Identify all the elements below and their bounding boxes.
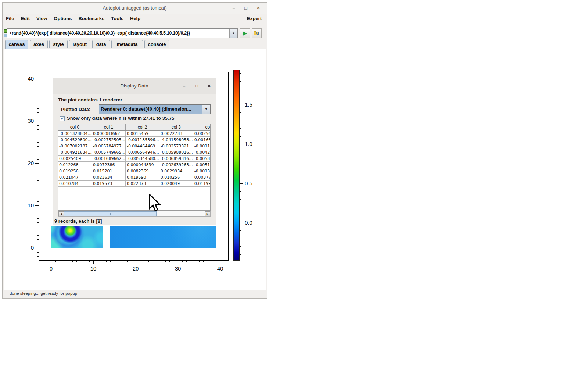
table-cell[interactable]: -0.004921634... xyxy=(58,149,92,156)
table-cell[interactable]: 0.019256 xyxy=(58,168,92,174)
table-cell[interactable]: 0.0037721 xyxy=(193,174,211,181)
table-cell[interactable]: 0.023634 xyxy=(92,174,125,181)
table-cell[interactable]: 0.010784 xyxy=(58,181,92,187)
table-cell[interactable]: -0.005344580... xyxy=(125,156,159,162)
uri-expression[interactable]: +rand{40,40}*{exp{-distance{40,40,20,20,… xyxy=(9,29,229,38)
window-titlebar[interactable]: Autoplot untagged (as tomcat) – □ × xyxy=(3,3,267,14)
column-header[interactable]: col 3 xyxy=(159,124,193,131)
table-cell[interactable]: 0.0082369 xyxy=(125,168,159,174)
table-cell[interactable]: 0.0025660 xyxy=(193,131,211,137)
table-cell[interactable]: 0.0025409 xyxy=(58,156,92,162)
table-cell[interactable]: 0.0016608 xyxy=(193,137,211,143)
table-row[interactable]: 0.0210470.0236340.0195900.0102560.003772… xyxy=(58,174,211,181)
tab-canvas[interactable]: canvas xyxy=(5,40,28,49)
go-button[interactable]: ▶ xyxy=(240,28,250,38)
minimize-icon[interactable]: – xyxy=(231,5,237,11)
table-cell[interactable]: 0.019590 xyxy=(125,174,159,181)
table-cell[interactable]: -0.005146240... xyxy=(193,162,211,168)
table-row[interactable]: -0.007002187...-0.005784977...-0.0044644… xyxy=(58,143,211,149)
plotted-data-dropdown-button[interactable]: ▼ xyxy=(202,105,210,114)
table-cell[interactable]: -4.041598058... xyxy=(159,137,193,143)
filter-checkbox[interactable]: ✔ xyxy=(60,116,65,121)
table-row[interactable]: -0.001328804...0.0000836620.00154590.002… xyxy=(58,131,211,137)
tab-metadata[interactable]: metadata xyxy=(111,40,143,48)
table-cell[interactable]: -0.001328804... xyxy=(58,131,92,137)
table-cell[interactable]: -0.002752505... xyxy=(92,137,125,143)
table-cell[interactable]: -0.005749665... xyxy=(92,149,125,156)
table-cell[interactable]: -0.001185396... xyxy=(125,137,159,143)
table-row[interactable]: 0.0107840.0195730.0223730.0200490.011997… xyxy=(58,181,211,187)
table-cell[interactable]: -0.006564946... xyxy=(125,149,159,156)
tab-data[interactable]: data xyxy=(92,40,110,48)
table-cell[interactable]: -0.001199077... xyxy=(193,143,211,149)
table-cell[interactable]: 0.015201 xyxy=(92,168,125,174)
tab-axes[interactable]: axes xyxy=(30,40,48,48)
uri-address-combobox[interactable]: +rand{40,40}*{exp{-distance{40,40,20,20,… xyxy=(7,28,238,38)
inspect-file-button[interactable] xyxy=(252,28,262,38)
table-cell[interactable]: -0.002573321... xyxy=(159,143,193,149)
table-cell[interactable]: -0.005988016... xyxy=(159,149,193,156)
dialog-close-icon[interactable]: ✕ xyxy=(206,83,212,89)
table-cell[interactable]: 0.0029934 xyxy=(159,168,193,174)
menu-item-view[interactable]: View xyxy=(33,16,50,21)
column-header[interactable]: col 0 xyxy=(58,124,92,131)
table-row[interactable]: -0.004529800...-0.002752505...-0.0011853… xyxy=(58,137,211,143)
table-row[interactable]: -0.004921634...-0.005749665...-0.0065649… xyxy=(58,149,211,156)
close-icon[interactable]: × xyxy=(255,5,261,11)
table-cell[interactable]: -0.001333864... xyxy=(193,168,211,174)
table-cell[interactable]: 0.000083662 xyxy=(92,131,125,137)
x-axis-tick xyxy=(186,261,187,262)
scroll-left-button[interactable]: ◀ xyxy=(58,211,64,216)
menu-item-expert[interactable]: Expert xyxy=(247,16,267,21)
scroll-right-button[interactable]: ▶ xyxy=(205,211,210,216)
menu-item-options[interactable]: Options xyxy=(50,16,75,21)
table-cell[interactable]: 0.021047 xyxy=(58,174,92,181)
table-cell[interactable]: 0.022373 xyxy=(125,181,159,187)
table-cell[interactable]: -0.006859316... xyxy=(159,156,193,162)
menu-item-help[interactable]: Help xyxy=(127,16,144,21)
table-row[interactable]: 0.0122680.00723860.000044839-0.002639263… xyxy=(58,162,211,168)
chevron-down-icon: ▼ xyxy=(205,107,208,111)
data-table[interactable]: col 0col 1col 2col 3col 4col 5-0.0013288… xyxy=(58,124,211,211)
table-cell[interactable]: -0.001689662... xyxy=(92,156,125,162)
column-header[interactable]: col 1 xyxy=(92,124,125,131)
table-row[interactable]: 0.0192560.0152010.00823690.0029934-0.001… xyxy=(58,168,211,174)
table-cell[interactable]: -0.004294298... xyxy=(193,149,211,156)
column-header[interactable]: col 2 xyxy=(125,124,159,131)
plot-canvas[interactable]: Display Data – □ ✕ The plot contains 1 r… xyxy=(4,49,266,290)
menu-item-tools[interactable]: Tools xyxy=(108,16,127,21)
uri-dropdown-button[interactable]: ▼ xyxy=(229,29,237,38)
tab-console[interactable]: console xyxy=(144,40,169,48)
table-cell[interactable]: -0.007002187... xyxy=(58,143,92,149)
column-header[interactable]: col 4 xyxy=(193,124,211,131)
table-cell[interactable]: 0.012268 xyxy=(58,162,92,168)
menu-item-bookmarks[interactable]: Bookmarks xyxy=(75,16,108,21)
scrollbar-thumb[interactable] xyxy=(64,211,157,216)
tab-layout[interactable]: layout xyxy=(69,40,90,48)
plotted-data-combobox[interactable]: Renderer 0: dataset[40,40] (dimension...… xyxy=(99,104,211,114)
table-row[interactable]: 0.0025409-0.001689662...-0.005344580...-… xyxy=(58,156,211,162)
x-axis-tick xyxy=(195,261,195,262)
table-cell[interactable]: 0.0072386 xyxy=(92,162,125,168)
table-cell[interactable]: 0.010256 xyxy=(159,174,193,181)
table-hscrollbar[interactable]: ◀ ▶ xyxy=(58,211,211,217)
table-cell[interactable]: 0.0015459 xyxy=(125,131,159,137)
table-cell[interactable]: -0.005872606... xyxy=(193,156,211,162)
dialog-maximize-icon[interactable]: □ xyxy=(194,83,200,89)
tab-style[interactable]: style xyxy=(49,40,68,48)
menu-item-file[interactable]: File xyxy=(3,16,17,21)
menu-item-edit[interactable]: Edit xyxy=(17,16,33,21)
maximize-icon[interactable]: □ xyxy=(243,5,249,11)
table-cell[interactable]: 0.011997 xyxy=(193,181,211,187)
table-cell[interactable]: 0.019573 xyxy=(92,181,125,187)
table-cell[interactable]: -0.004529800... xyxy=(58,137,92,143)
dialog-minimize-icon[interactable]: – xyxy=(181,83,187,89)
table-cell[interactable]: -0.002639263... xyxy=(159,162,193,168)
table-cell[interactable]: 0.000044839 xyxy=(125,162,159,168)
table-cell[interactable]: -0.005784977... xyxy=(92,143,125,149)
table-cell[interactable]: 0.0022783 xyxy=(159,131,193,137)
table-cell[interactable]: 0.020049 xyxy=(159,181,193,187)
filter-checkbox-label[interactable]: Show only data where Y is within 27.41 t… xyxy=(67,115,174,121)
table-cell[interactable]: -0.004464469... xyxy=(125,143,159,149)
dialog-titlebar[interactable]: Display Data – □ ✕ xyxy=(53,78,216,94)
